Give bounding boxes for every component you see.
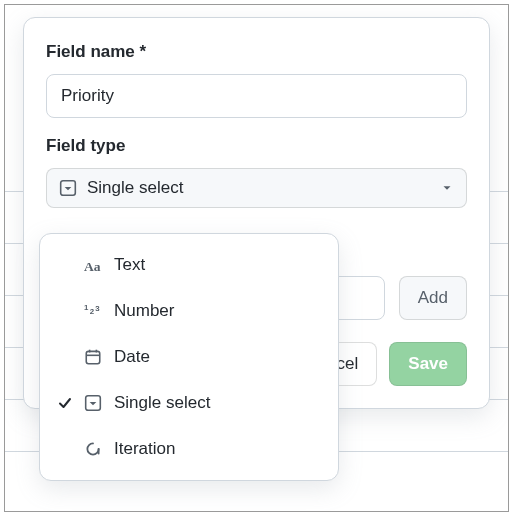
svg-text:3: 3 xyxy=(95,304,100,313)
single-select-icon xyxy=(78,394,108,412)
field-name-input[interactable] xyxy=(46,74,467,118)
field-type-option-date[interactable]: Date xyxy=(40,334,338,380)
save-button[interactable]: Save xyxy=(389,342,467,386)
field-type-option-single-select[interactable]: Single select xyxy=(40,380,338,426)
field-type-option-iteration[interactable]: Iteration xyxy=(40,426,338,472)
svg-text:1: 1 xyxy=(84,303,89,312)
number-icon: 1 2 3 xyxy=(78,302,108,320)
option-label: Text xyxy=(114,255,145,275)
option-label: Single select xyxy=(114,393,210,413)
field-type-option-text[interactable]: Aa Text xyxy=(40,242,338,288)
single-select-icon xyxy=(59,179,77,197)
field-type-dropdown: Aa Text 1 2 3 Number xyxy=(39,233,339,481)
field-type-label: Field type xyxy=(46,136,467,156)
chevron-down-icon xyxy=(440,181,454,195)
field-type-option-number[interactable]: 1 2 3 Number xyxy=(40,288,338,334)
field-type-selected-label: Single select xyxy=(87,178,440,198)
text-icon: Aa xyxy=(78,256,108,274)
field-type-select[interactable]: Single select xyxy=(46,168,467,208)
option-label: Date xyxy=(114,347,150,367)
add-option-button[interactable]: Add xyxy=(399,276,467,320)
option-label: Iteration xyxy=(114,439,175,459)
svg-text:2: 2 xyxy=(90,307,95,316)
svg-rect-5 xyxy=(86,351,100,363)
calendar-icon xyxy=(78,348,108,366)
check-icon xyxy=(52,395,78,411)
field-name-label: Field name * xyxy=(46,42,467,62)
option-label: Number xyxy=(114,301,174,321)
svg-text:Aa: Aa xyxy=(84,259,101,274)
iteration-icon xyxy=(78,440,108,458)
